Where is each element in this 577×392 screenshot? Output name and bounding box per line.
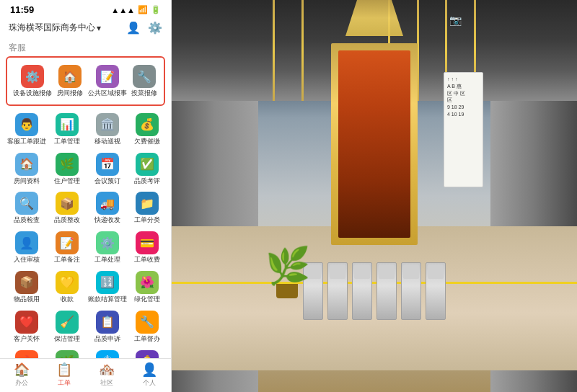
profile-icon: 👤 <box>141 362 157 378</box>
turnstile <box>401 262 421 320</box>
phone-content: 客服 ⚙️ 设备设施报修 🏠 房间报修 📝 公共区域报事 <box>0 39 171 392</box>
menu-label: 工单督办 <box>134 335 160 343</box>
menu-label: 账款结算管理 <box>88 295 127 303</box>
list-item[interactable]: 📁 工单分类 <box>130 189 166 227</box>
nav-item-workorder[interactable]: 📋 工单 <box>43 362 85 388</box>
plant-leaves: 🌿 <box>265 248 309 284</box>
list-item[interactable]: 👨 客服工单跟进 <box>6 110 48 148</box>
invest-repair-label: 投菜报修 <box>131 89 157 97</box>
list-item[interactable]: 🔍 品质检查 <box>6 189 48 227</box>
nav-label-community: 社区 <box>100 378 113 388</box>
equipment-repair-icon: ⚙️ <box>21 65 44 88</box>
community-icon: 🏘️ <box>99 362 115 378</box>
settings-icon[interactable]: ⚙️ <box>148 21 162 35</box>
menu-icon: 👤 <box>15 231 38 254</box>
list-item[interactable]: 📝 工单备注 <box>49 228 85 267</box>
menu-label: 品质检查 <box>14 216 40 224</box>
menu-icon: 📊 <box>56 113 79 136</box>
nav-label-profile: 个人 <box>143 378 156 388</box>
invest-repair-icon: 🔧 <box>133 65 156 88</box>
menu-icon: 🔍 <box>15 192 38 215</box>
menu-item-room-repair[interactable]: 🏠 房间报修 <box>55 62 85 100</box>
turnstile <box>376 262 397 320</box>
header-title: 珠海横琴国际商务中心 ▾ <box>9 22 101 34</box>
ceiling-strip <box>301 0 304 101</box>
menu-label: 工单分类 <box>134 216 160 224</box>
menu-label: 房间资料 <box>14 177 40 185</box>
wifi-icon: 📶 <box>138 5 148 14</box>
menu-label: 工单备注 <box>54 256 80 264</box>
nav-item-community[interactable]: 🏘️ 社区 <box>86 362 128 388</box>
list-item[interactable]: ⚙️ 工单处理 <box>87 228 128 267</box>
menu-icon: 🌿 <box>56 153 79 176</box>
list-item[interactable]: 💰 欠费催缴 <box>130 110 166 148</box>
menu-label: 移动巡视 <box>94 138 120 146</box>
nav-label-workorder: 工单 <box>58 378 71 388</box>
turnstile <box>426 262 446 320</box>
menu-label: 欠费催缴 <box>134 138 160 146</box>
list-item[interactable]: 📦 物品领用 <box>6 268 48 306</box>
room-repair-label: 房间报修 <box>57 89 83 97</box>
list-item[interactable]: 💳 工单收费 <box>130 228 166 267</box>
main-menu-grid: 👨 客服工单跟进 📊 工单管理 🏛️ 移动巡视 💰 欠费催缴 🏠 <box>0 109 171 387</box>
list-item[interactable]: 🏛️ 移动巡视 <box>87 110 128 148</box>
menu-label: 工单收费 <box>134 256 160 264</box>
menu-item-public-report[interactable]: 📝 公共区域报事 <box>87 62 128 100</box>
menu-label: 品质整改 <box>54 216 80 224</box>
menu-icon: 📁 <box>136 192 159 215</box>
menu-item-equipment-repair[interactable]: ⚙️ 设备设施报修 <box>12 62 53 100</box>
menu-label: 品质考评 <box>134 177 160 185</box>
menu-icon: 🔢 <box>96 271 119 294</box>
turnstile <box>352 262 372 320</box>
list-item[interactable]: 🏠 房间资料 <box>6 150 48 188</box>
list-item[interactable]: 🌿 住户管理 <box>49 150 85 188</box>
list-item[interactable]: 📊 工单管理 <box>49 110 85 148</box>
ceiling-strip <box>273 0 275 101</box>
menu-icon: 👨 <box>15 113 38 136</box>
list-item[interactable]: 🔧 工单督办 <box>130 308 166 346</box>
menu-icon: 🧹 <box>56 311 79 334</box>
list-item[interactable]: 💛 收款 <box>49 268 85 306</box>
signal-icon: ▲▲▲ <box>111 6 135 14</box>
chevron-down-icon: ▾ <box>97 23 101 33</box>
list-item[interactable]: 📦 品质整改 <box>49 189 85 227</box>
turnstile-row <box>303 262 446 320</box>
entrance-door <box>331 43 418 245</box>
list-item[interactable]: 📋 品质申诉 <box>87 308 128 346</box>
menu-icon: 💰 <box>136 113 159 136</box>
battery-icon: 🔋 <box>151 5 161 14</box>
highlighted-grid: ⚙️ 设备设施报修 🏠 房间报修 📝 公共区域报事 🔧 投菜报修 <box>7 61 164 102</box>
equipment-repair-label: 设备设施报修 <box>13 89 52 97</box>
person-circle-icon[interactable]: 👤 <box>126 21 141 35</box>
lobby-background: 🌿 ↑ ↑ ↑A B 惠区 中 区区9 18 294 10 19 📷 <box>172 0 577 392</box>
menu-label: 快递收发 <box>94 216 120 224</box>
menu-icon: 🌺 <box>136 271 159 294</box>
status-time: 11:59 <box>10 4 34 15</box>
menu-item-invest-repair[interactable]: 🔧 投菜报修 <box>130 62 160 100</box>
list-item[interactable]: ✅ 品质考评 <box>130 150 166 188</box>
list-item[interactable]: 🔢 账款结算管理 <box>87 268 128 306</box>
menu-label: 工单管理 <box>54 138 80 146</box>
nav-item-profile[interactable]: 👤 个人 <box>128 362 171 388</box>
status-bar: 11:59 ▲▲▲ 📶 🔋 <box>0 0 171 18</box>
section-label: 客服 <box>0 39 171 56</box>
menu-label: 工单处理 <box>94 256 120 264</box>
public-report-label: 公共区域报事 <box>88 89 127 97</box>
security-camera: 📷 <box>449 14 462 26</box>
nav-item-office[interactable]: 🏠 办公 <box>0 362 43 388</box>
list-item[interactable]: 📅 会议预订 <box>87 150 128 188</box>
menu-label: 客服工单跟进 <box>7 138 46 146</box>
list-item[interactable]: 🧹 保洁管理 <box>49 308 85 346</box>
list-item[interactable]: ❤️ 客户关怀 <box>6 308 48 346</box>
phone-header: 珠海横琴国际商务中心 ▾ 👤 ⚙️ <box>0 18 171 39</box>
list-item[interactable]: 👤 入住审核 <box>6 228 48 267</box>
menu-icon: 📋 <box>96 311 119 334</box>
menu-icon: ✅ <box>136 153 159 176</box>
list-item[interactable]: 🌺 绿化管理 <box>130 268 166 306</box>
list-item[interactable]: 🚚 快递收发 <box>87 189 128 227</box>
menu-icon: 💛 <box>56 271 79 294</box>
menu-icon: 🏠 <box>15 153 38 176</box>
public-report-icon: 📝 <box>96 65 119 88</box>
workorder-icon: 📋 <box>56 362 72 378</box>
menu-icon: 📦 <box>15 271 38 294</box>
